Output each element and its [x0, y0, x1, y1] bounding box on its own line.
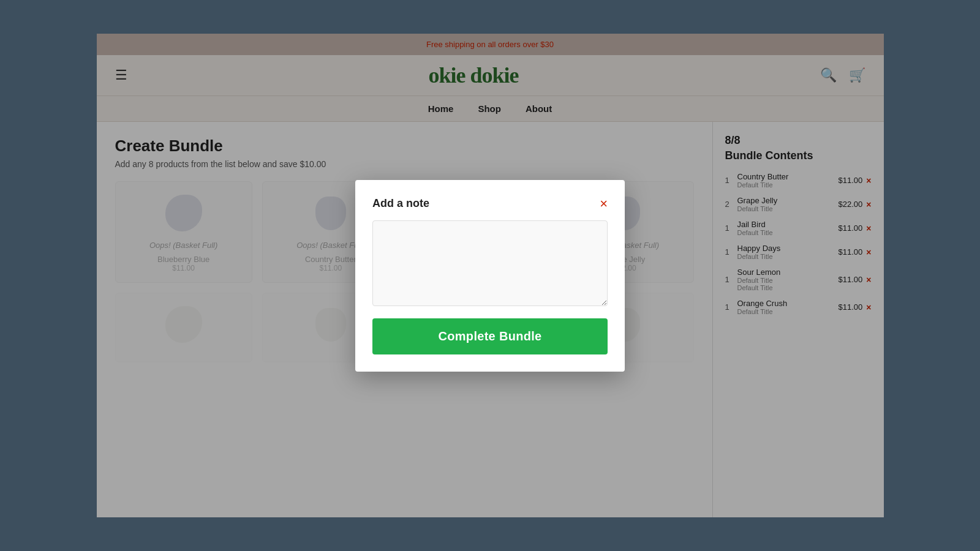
- modal-backdrop: Add a note × Complete Bundle: [97, 34, 884, 517]
- note-textarea[interactable]: [372, 220, 608, 306]
- browser-window: Free shipping on all orders over $30 ☰ o…: [97, 34, 884, 517]
- add-note-modal: Add a note × Complete Bundle: [355, 180, 625, 372]
- modal-header: Add a note ×: [372, 197, 608, 211]
- modal-close-button[interactable]: ×: [600, 197, 608, 211]
- complete-bundle-button[interactable]: Complete Bundle: [372, 318, 608, 354]
- modal-title: Add a note: [372, 197, 429, 210]
